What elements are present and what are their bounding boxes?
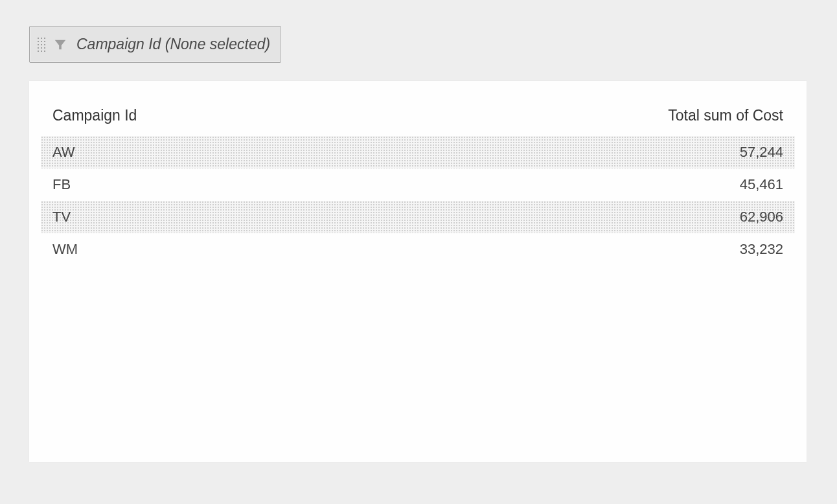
drag-handle-icon[interactable] (38, 38, 45, 52)
cell-cost: 33,232 (740, 241, 783, 258)
table-header: Campaign Id Total sum of Cost (41, 107, 795, 136)
table-row[interactable]: WM 33,232 (41, 233, 795, 266)
cell-cost: 57,244 (740, 144, 783, 161)
table-row[interactable]: FB 45,461 (41, 168, 795, 201)
column-header-campaign-id[interactable]: Campaign Id (52, 107, 137, 124)
table-row[interactable]: TV 62,906 (41, 201, 795, 233)
table-row[interactable]: AW 57,244 (41, 136, 795, 168)
filter-chip[interactable]: Campaign Id (None selected) (29, 26, 281, 63)
cell-campaign-id: TV (52, 209, 71, 225)
data-card: Campaign Id Total sum of Cost AW 57,244 … (29, 81, 807, 462)
cell-campaign-id: FB (52, 176, 71, 193)
cell-campaign-id: AW (52, 144, 75, 161)
cell-campaign-id: WM (52, 241, 78, 258)
filter-label: Campaign Id (None selected) (76, 36, 270, 53)
table-body: AW 57,244 FB 45,461 TV 62,906 WM 33,232 (41, 136, 795, 266)
cell-cost: 62,906 (740, 209, 783, 225)
filter-icon (53, 38, 67, 52)
column-header-total-cost[interactable]: Total sum of Cost (668, 107, 783, 124)
data-table: Campaign Id Total sum of Cost AW 57,244 … (41, 107, 795, 266)
cell-cost: 45,461 (740, 176, 783, 193)
